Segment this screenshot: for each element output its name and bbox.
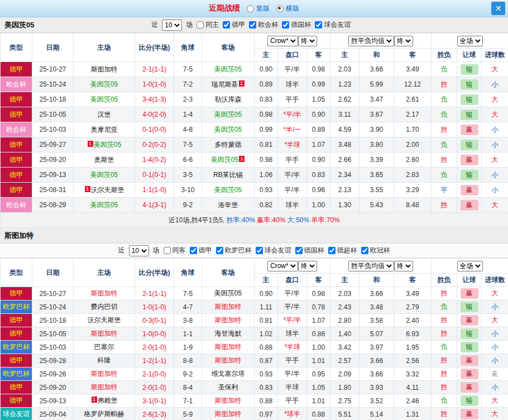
team-name: 美因茨05 xyxy=(214,186,242,194)
avg-draw-odds: 5.99 xyxy=(360,77,394,92)
corners-cell: 3-5 xyxy=(174,168,202,183)
handicap-result-badge: 赢 xyxy=(461,369,478,379)
league-filter-2-checkbox[interactable] xyxy=(256,247,263,254)
score-cell: 0-1(0-0) xyxy=(135,122,174,137)
handicap-result-badge: 输 xyxy=(461,170,478,180)
team-name: 格罗萨斯帕赫 xyxy=(84,410,124,418)
match-row: 德甲25-09-13美因茨050-1(0-1)3-5RB莱比锡1.06平/半0.… xyxy=(1,168,508,183)
handicap-odds-header-group: Crow*终 xyxy=(255,259,330,274)
win-lose-cell: 胜 xyxy=(432,77,457,92)
league-filter-5[interactable]: 欧冠杯 xyxy=(361,246,390,255)
odds-stage-select[interactable]: 终 xyxy=(298,36,317,46)
recent-count-select[interactable]: 10 xyxy=(162,20,182,31)
league-filter-2[interactable]: 球会友谊 xyxy=(256,246,291,255)
home-team-cell: 美因茨05 xyxy=(74,92,135,107)
same-venue-filter-checkbox[interactable] xyxy=(164,247,171,254)
goals-over-under-cell: 小 xyxy=(482,300,508,314)
handicap-line: *平/半 xyxy=(278,314,307,327)
corners-cell: 1-1 xyxy=(174,327,202,341)
avg-stage-select[interactable]: 终 xyxy=(394,36,413,46)
league-filter-1[interactable]: 欧会杯 xyxy=(249,20,278,30)
league-filter-0-checkbox[interactable] xyxy=(190,247,197,254)
matches-table: 类型日期主场比分(半场)角球客场Crow*终胜平负均值终全场主盘口客主和客胜负让… xyxy=(0,33,508,228)
same-venue-filter-checkbox[interactable] xyxy=(197,21,204,28)
league-filter-1-checkbox[interactable] xyxy=(216,247,223,254)
goals-over-under-cell: 小 xyxy=(482,77,508,92)
handicap-away-odds: 1.05 xyxy=(307,381,330,394)
team-name: RB莱比锡 xyxy=(213,171,243,179)
league-filter-4-checkbox[interactable] xyxy=(328,247,336,254)
win-lose-cell: 胜 xyxy=(432,287,457,300)
odds-stage-select[interactable]: 终 xyxy=(298,261,317,271)
avg-draw-odds: 3.58 xyxy=(360,314,394,327)
league-filter-3-checkbox[interactable] xyxy=(295,247,303,254)
league-filter-1-checkbox[interactable] xyxy=(249,21,256,28)
corners-cell: 6-6 xyxy=(174,152,202,168)
league-filter-0-label: 德甲 xyxy=(199,246,212,255)
avg-away-odds: 2.00 xyxy=(394,137,432,152)
same-venue-filter[interactable]: 同主 xyxy=(197,20,219,30)
corners-cell: 3-8 xyxy=(174,314,202,327)
league-filter-0[interactable]: 德甲 xyxy=(190,246,212,255)
recent-count-select[interactable]: 10 xyxy=(129,245,149,256)
corners-cell: 7-2 xyxy=(174,77,202,92)
league-filter-3[interactable]: 德国杯 xyxy=(295,246,324,255)
avg-home-odds: 1.30 xyxy=(330,198,360,213)
avg-odds-select[interactable]: 胜平负均值 xyxy=(348,261,394,271)
league-filter-5-checkbox[interactable] xyxy=(361,247,368,254)
same-venue-filter[interactable]: 同客 xyxy=(164,246,186,255)
handicap-result-cell: 赢 xyxy=(457,122,482,137)
match-row: 德甲25-09-271美因茨050-2(0-2)7-5多特蒙德0.81*半球1.… xyxy=(1,137,508,152)
handicap-result-badge: 赢 xyxy=(461,155,478,165)
league-filter-2-label: 球会友谊 xyxy=(265,246,291,255)
games-unit-label: 场 xyxy=(186,20,193,30)
avg-away-odds: 3.29 xyxy=(394,183,432,198)
team-name: 奥摩尼亚 xyxy=(91,126,118,133)
scope-select[interactable]: 全场 xyxy=(457,36,483,46)
layout-radio-vertical[interactable]: 竖版 xyxy=(247,4,270,13)
league-filter-2-checkbox[interactable] xyxy=(282,21,289,28)
sub-col-header: 胜负 xyxy=(432,49,457,62)
league-filter-3[interactable]: 球会友谊 xyxy=(315,20,351,30)
home-team-cell: 费内巴切 xyxy=(74,300,135,314)
col-header: 客场 xyxy=(202,259,255,287)
away-team-cell: 斯图加特 xyxy=(202,314,255,327)
odds-company-select[interactable]: Crow* xyxy=(267,261,298,271)
near-label: 近 xyxy=(118,246,125,255)
match-row: 德甲25-10-18美因茨053-4(1-3)2-3勒沃库森0.83平手1.05… xyxy=(1,92,508,107)
match-row: 德甲25-10-05斯图加特1-0(0-0)1-1海登海默1.02球半0.861… xyxy=(1,327,508,341)
avg-draw-odds: 3.93 xyxy=(360,381,394,394)
avg-stage-select[interactable]: 终 xyxy=(394,261,413,271)
goals-over-under-cell: 大 xyxy=(482,394,508,408)
league-filter-3-checkbox[interactable] xyxy=(315,21,322,28)
league-filter-0[interactable]: 德甲 xyxy=(223,20,245,30)
handicap-home-odds: 0.81 xyxy=(255,314,278,327)
avg-odds-select[interactable]: 胜平负均值 xyxy=(348,36,394,46)
corners-cell: 7-1 xyxy=(174,394,202,408)
handicap-result-badge: 输 xyxy=(461,342,478,352)
team-name: 斯图加特 xyxy=(215,397,242,404)
close-button[interactable]: ✕ xyxy=(491,2,505,15)
away-team-cell: 勒沃库森 xyxy=(202,92,255,107)
odds-company-select[interactable]: Crow* xyxy=(267,36,298,46)
avg-away-odds: 6.93 xyxy=(394,327,432,341)
filter-row: 近10场同客德甲欧罗巴杯球会友谊德国杯德超杯欧冠杯 xyxy=(0,244,508,258)
match-row: 德甲25-09-20奥斯堡1-4(0-2)6-6美因茨0510.98平手0.90… xyxy=(1,152,508,168)
layout-radio-horizontal[interactable]: 横版 xyxy=(276,4,299,13)
league-filter-1[interactable]: 欧罗巴杯 xyxy=(216,246,252,255)
team-name: 弗赖堡 xyxy=(98,397,118,404)
team-name: 斯图加特 xyxy=(215,410,242,418)
handicap-home-odds: 1.11 xyxy=(255,300,278,314)
league-filter-0-checkbox[interactable] xyxy=(223,21,230,28)
league-type-badge: 德甲 xyxy=(1,137,32,152)
league-filter-2[interactable]: 德国杯 xyxy=(282,20,311,30)
handicap-home-odds: 0.90 xyxy=(255,287,278,300)
scope-select[interactable]: 全场 xyxy=(457,261,483,271)
league-filter-4[interactable]: 德超杯 xyxy=(328,246,357,255)
section-header-bar: 斯图加特 xyxy=(0,228,508,244)
goals-over-under-cell: 小 xyxy=(482,122,508,137)
win-lose-cell: 负 xyxy=(432,62,457,77)
team-name: 汉堡 xyxy=(98,111,111,118)
corners-cell: 4-8 xyxy=(174,122,202,137)
match-date: 25-10-05 xyxy=(32,107,74,122)
